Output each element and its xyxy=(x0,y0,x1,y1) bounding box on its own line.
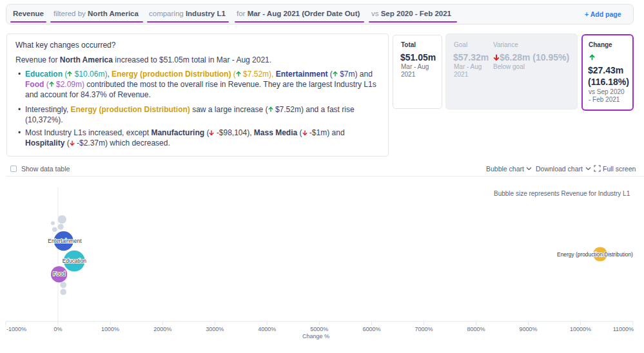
svg-text:10000%: 10000% xyxy=(570,326,591,332)
svg-text:Entertainment: Entertainment xyxy=(48,238,82,244)
svg-text:6000%: 6000% xyxy=(362,326,380,332)
svg-text:11000%: 11000% xyxy=(613,326,634,332)
svg-text:-1000%: -1000% xyxy=(6,326,26,332)
svg-text:Change %: Change % xyxy=(302,333,329,339)
svg-text:7000%: 7000% xyxy=(415,326,433,332)
svg-text:8000%: 8000% xyxy=(467,326,485,332)
svg-text:3000%: 3000% xyxy=(206,326,224,332)
svg-text:4000%: 4000% xyxy=(258,326,276,332)
svg-text:2000%: 2000% xyxy=(153,326,171,332)
svg-text:Energy (production Distributio: Energy (production Distribution) xyxy=(557,251,633,258)
svg-text:9000%: 9000% xyxy=(519,326,537,332)
svg-text:Education: Education xyxy=(63,258,87,264)
svg-text:5000%: 5000% xyxy=(310,326,328,332)
svg-text:0%: 0% xyxy=(54,326,62,332)
svg-text:Food: Food xyxy=(53,271,65,277)
svg-text:1000%: 1000% xyxy=(101,326,119,332)
